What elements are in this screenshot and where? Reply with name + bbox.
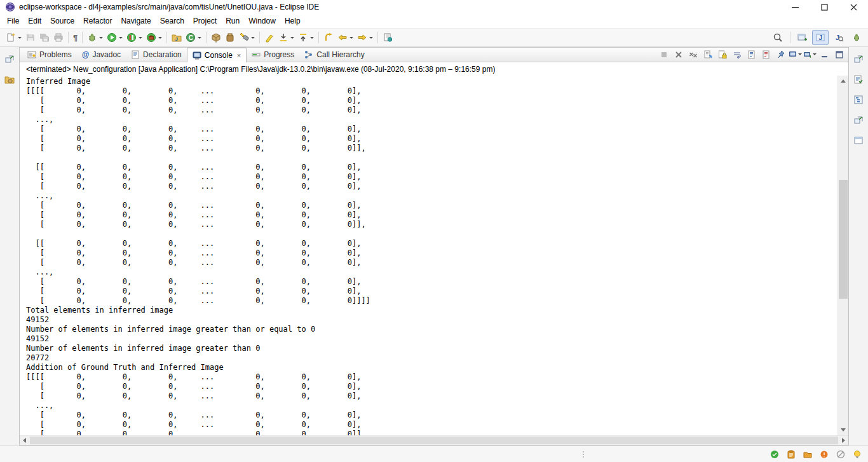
dropdown-arrow-icon[interactable] bbox=[290, 37, 294, 39]
tab-javadoc[interactable]: @ Javadoc bbox=[77, 48, 126, 62]
dropdown-arrow-icon[interactable] bbox=[99, 37, 103, 39]
vertical-scrollbar-thumb[interactable] bbox=[839, 180, 848, 299]
scroll-right-button[interactable] bbox=[839, 436, 848, 445]
remove-all-launches-button[interactable] bbox=[686, 48, 700, 60]
coverage-button[interactable] bbox=[125, 30, 144, 45]
dropdown-arrow-icon[interactable] bbox=[310, 37, 314, 39]
save-button[interactable] bbox=[24, 30, 37, 45]
tab-call-hierarchy[interactable]: Call Hierarchy bbox=[299, 48, 369, 62]
clipboard-button[interactable] bbox=[785, 449, 797, 460]
dropdown-arrow-icon[interactable] bbox=[349, 37, 353, 39]
tab-console[interactable]: Console × bbox=[187, 48, 247, 62]
print-button[interactable] bbox=[51, 30, 65, 45]
quick-access-search-button[interactable] bbox=[771, 30, 785, 45]
clear-console-button[interactable] bbox=[701, 48, 714, 60]
debug-button[interactable] bbox=[85, 30, 105, 45]
dropdown-arrow-icon[interactable] bbox=[18, 37, 22, 39]
java-browsing-perspective-button[interactable]: J bbox=[831, 30, 846, 45]
menu-run[interactable]: Run bbox=[221, 15, 244, 27]
outline-view-button[interactable] bbox=[851, 93, 865, 107]
save-all-button[interactable] bbox=[37, 30, 51, 45]
previous-annotation-icon bbox=[298, 32, 308, 43]
word-wrap-button[interactable] bbox=[730, 48, 743, 60]
clear-console-icon bbox=[703, 50, 712, 59]
task-list-view-button[interactable] bbox=[851, 72, 865, 86]
minimize-button[interactable] bbox=[780, 0, 810, 14]
menu-window[interactable]: Window bbox=[244, 15, 280, 27]
scroll-down-button[interactable] bbox=[838, 425, 848, 435]
scroll-lock-button[interactable] bbox=[715, 48, 729, 60]
menu-search[interactable]: Search bbox=[156, 15, 189, 27]
pin-console-button[interactable] bbox=[774, 48, 787, 60]
filter-status-button[interactable] bbox=[835, 449, 846, 460]
show-stderr-button[interactable] bbox=[759, 48, 773, 60]
restore-right-pane-button[interactable] bbox=[851, 52, 865, 66]
run-button[interactable] bbox=[105, 30, 125, 45]
open-perspective-button[interactable] bbox=[796, 30, 810, 45]
scroll-left-button[interactable] bbox=[20, 436, 29, 445]
search-button[interactable] bbox=[237, 30, 257, 45]
package-explorer-button[interactable] bbox=[3, 72, 17, 86]
console-output[interactable]: Inferred Image [[[[ 0, 0, 0, ... 0, 0, 0… bbox=[20, 76, 837, 435]
dropdown-arrow-icon[interactable] bbox=[119, 37, 123, 39]
maximize-view-button[interactable] bbox=[832, 48, 846, 60]
dropdown-arrow-icon[interactable] bbox=[798, 53, 802, 55]
menu-project[interactable]: Project bbox=[189, 15, 221, 27]
restore-right-pane-button-2[interactable] bbox=[851, 113, 865, 127]
remove-launch-button[interactable] bbox=[672, 48, 685, 60]
menu-refactor[interactable]: Refactor bbox=[79, 15, 116, 27]
show-stdout-button[interactable] bbox=[745, 48, 758, 60]
dropdown-arrow-icon[interactable] bbox=[139, 37, 142, 39]
dropdown-arrow-icon[interactable] bbox=[813, 53, 817, 55]
close-button[interactable] bbox=[839, 0, 868, 14]
folder-status-button[interactable] bbox=[802, 449, 813, 460]
vertical-scrollbar[interactable] bbox=[837, 76, 848, 435]
external-tools-button[interactable] bbox=[144, 30, 164, 45]
horizontal-scrollbar[interactable] bbox=[20, 435, 848, 445]
menu-source[interactable]: Source bbox=[46, 15, 79, 27]
dropdown-arrow-icon[interactable] bbox=[369, 37, 373, 39]
display-console-dropdown-icon bbox=[789, 50, 796, 59]
arrow-down-icon bbox=[841, 428, 846, 431]
menu-navigate[interactable]: Navigate bbox=[116, 15, 155, 27]
last-edit-location-button[interactable] bbox=[322, 30, 336, 45]
tab-progress[interactable]: Progress bbox=[247, 48, 299, 62]
tab-close-icon[interactable]: × bbox=[237, 51, 241, 59]
sync-status-button[interactable] bbox=[769, 449, 780, 460]
forward-button[interactable] bbox=[355, 30, 375, 45]
java-perspective-button[interactable]: J bbox=[812, 30, 829, 45]
pin-editor-button[interactable] bbox=[381, 30, 395, 45]
dropdown-arrow-icon[interactable] bbox=[198, 37, 201, 39]
scroll-up-button[interactable] bbox=[838, 76, 848, 86]
new-button[interactable] bbox=[4, 30, 24, 45]
restore-left-pane-button[interactable] bbox=[3, 52, 17, 66]
mark-occurrences-button[interactable] bbox=[262, 30, 276, 45]
horizontal-scrollbar-thumb[interactable] bbox=[30, 437, 838, 444]
open-console-button[interactable] bbox=[803, 48, 817, 60]
terminate-button[interactable] bbox=[657, 48, 670, 60]
menu-file[interactable]: File bbox=[3, 15, 24, 27]
new-package-button[interactable] bbox=[209, 30, 223, 45]
scroll-lock-icon bbox=[718, 50, 727, 59]
dropdown-arrow-icon[interactable] bbox=[251, 37, 255, 39]
titlebar: eclipse-workspace - dl4j-examples/src/ma… bbox=[0, 0, 868, 14]
display-console-button[interactable] bbox=[789, 48, 802, 60]
warning-status-button[interactable] bbox=[818, 449, 830, 460]
console-view-button[interactable] bbox=[851, 133, 865, 147]
menu-edit[interactable]: Edit bbox=[24, 15, 46, 27]
dropdown-arrow-icon[interactable] bbox=[158, 37, 162, 39]
new-java-project-button[interactable]: J bbox=[170, 30, 184, 45]
new-java-class-button[interactable]: C bbox=[184, 30, 203, 45]
show-whitespace-button[interactable]: ¶ bbox=[71, 30, 79, 45]
tab-declaration[interactable]: Declaration bbox=[126, 48, 187, 62]
tab-problems[interactable]: Problems bbox=[22, 48, 77, 62]
back-button[interactable] bbox=[336, 30, 355, 45]
next-annotation-button[interactable] bbox=[276, 30, 296, 45]
menu-help[interactable]: Help bbox=[280, 15, 305, 27]
notifications-button[interactable] bbox=[851, 449, 863, 460]
maximize-button[interactable] bbox=[810, 0, 839, 14]
minimize-view-button[interactable] bbox=[818, 48, 831, 60]
previous-annotation-button[interactable] bbox=[296, 30, 316, 45]
open-type-button[interactable] bbox=[223, 30, 237, 45]
debug-perspective-button[interactable] bbox=[849, 30, 864, 45]
